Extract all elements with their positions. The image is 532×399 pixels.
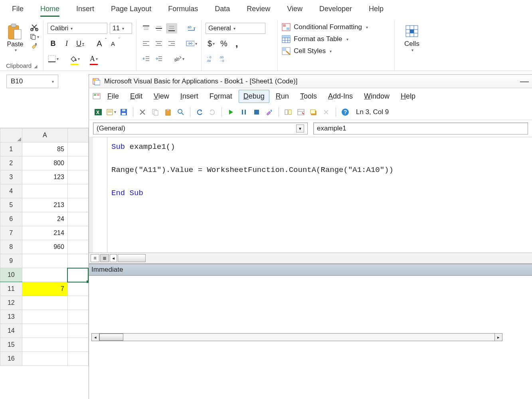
cell-a12[interactable]: [22, 296, 67, 310]
align-center-button[interactable]: [153, 38, 164, 49]
tab-insert[interactable]: Insert: [69, 2, 101, 16]
cell-a2[interactable]: 800: [22, 156, 67, 170]
worksheet-grid[interactable]: A 185 2800 3123 4 5213 624 7214 8960 9 1…: [0, 128, 89, 399]
tb-excel-button[interactable]: X: [93, 107, 103, 117]
align-left-button[interactable]: [140, 38, 152, 49]
vbe-minimize-button[interactable]: —: [520, 76, 529, 87]
row-header-4[interactable]: 4: [0, 184, 22, 198]
vbe-procedure-selector[interactable]: example1: [313, 122, 528, 134]
clipboard-launcher[interactable]: ◢: [34, 64, 37, 69]
cell-a10[interactable]: [22, 268, 67, 282]
tab-review[interactable]: Review: [239, 2, 277, 16]
cell-b2[interactable]: [67, 156, 88, 170]
cut-button[interactable]: [30, 23, 39, 31]
row-header-3[interactable]: 3: [0, 170, 22, 184]
cell-b16[interactable]: [67, 352, 88, 366]
cells-label[interactable]: Cells: [404, 40, 419, 48]
tb-run-button[interactable]: [226, 107, 236, 117]
vbe-menu-view[interactable]: View: [149, 90, 174, 103]
row-header-16[interactable]: 16: [0, 352, 22, 366]
cell-a16[interactable]: [22, 352, 67, 366]
immediate-scroll-thumb[interactable]: [99, 334, 123, 341]
tab-developer[interactable]: Developer: [312, 2, 359, 16]
tb-find-button[interactable]: [176, 107, 186, 117]
row-header-7[interactable]: 7: [0, 226, 22, 240]
select-all-corner[interactable]: [0, 128, 22, 142]
immediate-scroll-left[interactable]: ◂: [91, 333, 99, 341]
cell-b12[interactable]: [67, 296, 88, 310]
cell-b13[interactable]: [67, 310, 88, 324]
comma-button[interactable]: ,: [231, 38, 242, 49]
cell-b14[interactable]: [67, 324, 88, 338]
vbe-hscroll-thumb[interactable]: [118, 254, 146, 262]
tab-data[interactable]: Data: [208, 2, 237, 16]
align-middle-button[interactable]: [153, 23, 164, 34]
vbe-titlebar[interactable]: Microsoft Visual Basic for Applications …: [89, 75, 532, 88]
font-size-combo[interactable]: 11▾: [110, 23, 132, 34]
shrink-font-button[interactable]: Aˇ: [107, 38, 119, 49]
tb-object-browser-button[interactable]: [309, 107, 319, 117]
vbe-menu-edit[interactable]: Edit: [125, 90, 147, 103]
tb-copy-button[interactable]: [150, 107, 160, 117]
grow-font-button[interactable]: Aˆ: [94, 38, 105, 49]
vbe-menu-format[interactable]: Format: [205, 90, 237, 103]
cell-b6[interactable]: [67, 212, 88, 226]
font-name-combo[interactable]: Calibri▾: [47, 23, 107, 34]
align-right-button[interactable]: [166, 38, 177, 49]
tb-design-button[interactable]: [264, 107, 275, 117]
italic-button[interactable]: I: [61, 38, 72, 49]
fill-color-button[interactable]: ▾: [69, 53, 80, 64]
vbe-switch-icon[interactable]: [92, 92, 101, 101]
tb-reset-button[interactable]: [251, 107, 262, 117]
copy-button[interactable]: ▾: [30, 33, 39, 41]
tb-project-button[interactable]: [283, 107, 293, 117]
increase-indent-button[interactable]: [153, 53, 164, 64]
row-header-11[interactable]: 11: [0, 282, 22, 296]
cell-b11[interactable]: [67, 282, 88, 296]
paste-label[interactable]: Paste: [7, 41, 24, 48]
percent-button[interactable]: %: [218, 38, 229, 49]
vbe-margin[interactable]: [93, 137, 107, 253]
vbe-menu-file[interactable]: File: [103, 90, 124, 103]
row-header-15[interactable]: 15: [0, 338, 22, 352]
cell-a13[interactable]: [22, 310, 67, 324]
vbe-menu-insert[interactable]: Insert: [176, 90, 203, 103]
tb-help-button[interactable]: ?: [340, 107, 350, 117]
paste-dropdown[interactable]: ▾: [15, 48, 17, 52]
vbe-proc-view-button[interactable]: ≡: [91, 254, 99, 262]
vbe-menu-help[interactable]: Help: [396, 90, 420, 103]
immediate-scroll-track[interactable]: [99, 333, 494, 341]
align-bottom-button[interactable]: [166, 23, 177, 34]
tb-toolbox-button[interactable]: [321, 107, 332, 117]
cell-a14[interactable]: [22, 324, 67, 338]
vbe-full-view-button[interactable]: ≣: [100, 254, 109, 262]
cell-styles-button[interactable]: Cell Styles▾: [282, 46, 390, 56]
currency-button[interactable]: $▾: [206, 38, 217, 49]
tb-save-button[interactable]: [119, 107, 129, 117]
tb-cut-button[interactable]: [137, 107, 148, 117]
col-header-a[interactable]: A: [22, 128, 67, 142]
cell-b5[interactable]: [67, 198, 88, 212]
row-header-6[interactable]: 6: [0, 212, 22, 226]
wrap-text-button[interactable]: ab: [186, 23, 197, 34]
format-painter-button[interactable]: [30, 42, 39, 50]
vbe-menu-window[interactable]: Window: [359, 90, 394, 103]
row-header-1[interactable]: 1: [0, 142, 22, 156]
tab-file[interactable]: File: [5, 2, 31, 16]
immediate-scroll-right[interactable]: ▸: [494, 333, 502, 341]
font-color-button[interactable]: A▾: [88, 53, 99, 64]
tb-properties-button[interactable]: [296, 107, 306, 117]
orientation-button[interactable]: ab▾: [173, 53, 184, 64]
cell-a9[interactable]: [22, 254, 67, 268]
cell-a8[interactable]: 960: [22, 240, 67, 254]
cell-b8[interactable]: [67, 240, 88, 254]
cell-a7[interactable]: 214: [22, 226, 67, 240]
tb-insert-module-button[interactable]: ▾: [106, 107, 116, 117]
cell-b9[interactable]: [67, 254, 88, 268]
underline-button[interactable]: U▾: [75, 38, 86, 49]
cell-b4[interactable]: [67, 184, 88, 198]
tb-paste-button[interactable]: [163, 107, 173, 117]
cell-b15[interactable]: [67, 338, 88, 352]
cell-a4[interactable]: [22, 184, 67, 198]
tab-formulas[interactable]: Formulas: [161, 2, 205, 16]
